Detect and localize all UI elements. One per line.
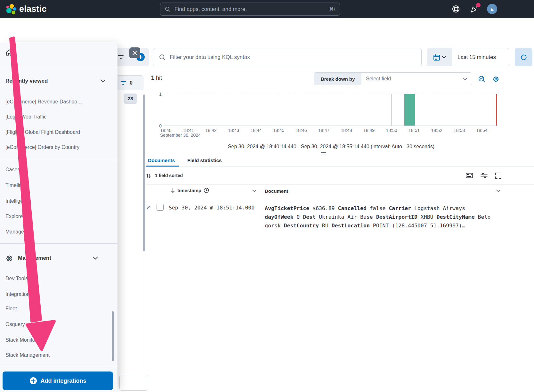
x-axis-tick: 18:52 [431,128,442,133]
panel-divider [146,69,146,392]
x-axis-tick: 18:43 [228,128,239,133]
x-axis-tick: 18:40 [160,128,171,133]
current-time-marker [496,94,497,126]
clock-icon [204,188,209,193]
recent-item-flight-dashboard[interactable]: [Flights] Global Flight Dashboard [5,129,80,135]
kql-placeholder: Filter your data using KQL syntax [170,54,250,61]
display-options-icon[interactable] [481,173,488,178]
inspect-chart-icon[interactable] [478,76,485,83]
divider [0,160,117,160]
fullscreen-icon[interactable] [495,173,501,179]
sidebar-scrollbar[interactable] [112,311,114,361]
column-header-timestamp[interactable]: timestamp [171,188,209,193]
x-axis-tick: 18:45 [273,128,284,133]
breakdown-label: Break down by [314,73,361,85]
x-axis-date-label: September 30, 2024 [160,133,201,138]
field-panel-fragment [119,375,148,391]
refresh-button[interactable] [515,48,532,66]
x-axis-tick: 18:54 [476,128,487,133]
sidebar-item-fleet[interactable]: Fleet [5,306,17,312]
tab-field-statistics[interactable]: Field statistics [187,158,222,163]
sidebar-item-integrations[interactable]: Integrations [5,291,32,297]
column-menu-chevron-icon[interactable] [252,190,256,192]
recent-item-orders-by-country[interactable]: [eCommerce] Orders by Country [5,144,79,150]
x-axis-tick: 18:46 [295,128,307,133]
field-count-badge: 28 [124,94,137,104]
sidebar-item-stack-management[interactable]: Stack Management [5,352,50,358]
search-icon [159,54,166,61]
elastic-logo-icon [5,3,17,15]
field-list-scrollbar[interactable] [143,94,145,251]
recent-item-web-traffic[interactable]: [Logs] Web Traffic [5,114,46,120]
x-axis-tick: 18:50 [386,128,397,133]
hits-count: 1 hit [151,75,162,81]
search-shortcut: ⌘/ [329,6,335,12]
x-axis-labels: 18:4018:4118:4218:4318:4418:4518:4618:47… [164,128,498,134]
divider [146,167,534,167]
column-menu-chevron-icon[interactable] [496,190,500,192]
recently-viewed-header[interactable]: Recently viewed [5,78,48,84]
breakdown-select[interactable]: Select field [361,73,472,85]
sidebar-item-dev-tools[interactable]: Dev Tools [5,276,28,282]
histogram-bar[interactable] [404,94,415,126]
plus-in-circle-icon [29,377,37,385]
sidebar-item-timelines[interactable]: Timelines [5,183,27,188]
chart-settings-gear-icon[interactable] [492,76,499,83]
chevron-down-icon[interactable] [93,257,98,260]
management-header[interactable]: Management [18,255,51,261]
filter-count: 0 [130,80,133,86]
avatar[interactable]: E [487,4,497,14]
help-icon[interactable] [451,4,460,13]
chart-plot[interactable] [164,94,498,126]
divider [0,367,117,367]
tab-documents[interactable]: Documents [148,158,175,163]
divider [146,199,534,199]
sidebar-item-manage[interactable]: Manage [5,229,24,235]
x-axis-tick: 18:41 [183,128,194,133]
resize-handle[interactable] [321,152,326,155]
gear-icon [5,255,13,262]
expand-row-icon[interactable] [146,205,151,210]
close-icon[interactable] [129,47,140,58]
time-range-value[interactable]: Last 15 minutes [452,48,509,66]
gridline [279,94,279,126]
sorted-fields-note[interactable]: 1 field sorted [155,173,183,178]
x-axis-tick: 18:44 [250,128,262,133]
kql-query-input[interactable]: Filter your data using KQL syntax [153,48,422,66]
column-header-document[interactable]: Document [265,188,288,194]
global-header: elastic Find apps, content, and more. ⌘/ [0,0,534,18]
add-integrations-button[interactable]: Add integrations [3,372,113,390]
sidebar-item-explore[interactable]: Explore [5,214,23,219]
home-icon [5,49,13,56]
global-search-input[interactable]: Find apps, content, and more. ⌘/ [160,3,340,16]
row-checkbox[interactable] [157,204,164,211]
notification-badge [476,3,481,7]
field-filter-button[interactable]: 0 [115,75,143,90]
brand-name: elastic [19,4,46,14]
discover-page: elastic Find apps, content, and more. ⌘/ [0,0,534,392]
app-toolbar [0,18,534,42]
x-axis-tick: 18:49 [363,128,375,133]
sort-fields-icon[interactable] [146,173,151,178]
timestamp-cell: Sep 30, 2024 @ 18:51:14.000 [169,205,255,211]
calendar-menu-button[interactable] [427,48,452,66]
sidebar-item-cases[interactable]: Cases [5,167,20,173]
sort-descending-icon [171,188,175,193]
calendar-icon [433,54,440,61]
chevron-down-icon[interactable] [100,79,105,83]
x-axis-tick: 18:42 [205,128,216,133]
sidebar-item-stack-monitoring[interactable]: Stack Monitoring [5,337,44,343]
keyboard-icon[interactable] [466,173,473,178]
sidebar-item-intelligence[interactable]: Intelligence [5,198,31,204]
divider [0,243,117,244]
gridline [392,94,392,126]
sidebar-item-osquery[interactable]: Osquery [5,322,25,327]
x-axis-tick: 18:51 [409,128,420,133]
time-range-picker[interactable]: Last 15 minutes [427,48,509,66]
document-cell: AvgTicketPrice $636.89 Cancelled false C… [265,204,502,230]
x-axis-tick: 18:47 [318,128,329,133]
x-axis-tick: 18:53 [454,128,465,133]
recent-item-revenue-dashboard[interactable]: [eCommerce] Revenue Dashbo… [5,99,82,105]
chevron-down-icon [442,56,446,59]
divider [0,67,117,67]
